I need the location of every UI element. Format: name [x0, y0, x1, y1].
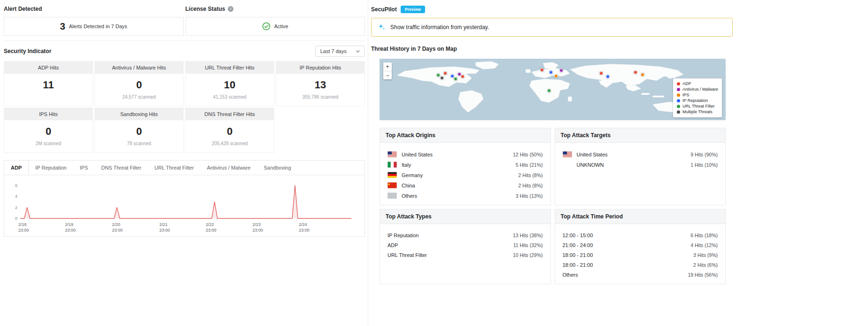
legend-item-multiple-threats: Multiple Threats — [677, 109, 718, 115]
threat-marker-antivirus-malware[interactable] — [559, 69, 563, 72]
legend-dot-icon — [677, 93, 680, 97]
threat-marker-url-threat-filter[interactable] — [547, 89, 551, 93]
stat-card-ip-reputation-hits: IP Reputation Hits 13 355,786 scanned — [276, 61, 365, 106]
svg-text:23:00: 23:00 — [206, 228, 217, 233]
stat-card-value: 13 — [276, 79, 364, 91]
legend-item-url-threat-filter: URL Threat Filter — [677, 103, 718, 109]
attack-row-hits: 19 Hits (56%) — [688, 272, 718, 278]
svg-text:2/24: 2/24 — [299, 222, 307, 227]
date-range-value: Last 7 days — [320, 48, 347, 54]
panel-title: Top Attack Types — [380, 210, 550, 224]
top-summary-row: Alert Detected 3 Alerts Detected in 7 Da… — [4, 0, 365, 41]
panel-title: Top Attack Origins — [380, 128, 550, 143]
attack-row: 12:00 - 15:00 6 Hits (18%) — [563, 231, 718, 241]
legend-dot-icon — [677, 99, 680, 102]
license-panel: Active — [186, 17, 365, 36]
attack-row-label: United States — [577, 152, 608, 157]
stat-card-scanned: 355,786 scanned — [276, 94, 364, 100]
threat-marker-ip-reputation[interactable] — [549, 70, 553, 74]
tab-dns-threat-filter[interactable]: DNS Threat Filter — [94, 161, 147, 175]
vertical-divider — [368, 0, 368, 326]
svg-text:23:00: 23:00 — [65, 228, 76, 233]
stat-card-sandboxing-hits: Sandboxing Hits 0 78 scanned — [94, 108, 184, 153]
secupilot-suggestion[interactable]: Show traffic information from yesterday. — [371, 18, 733, 37]
attack-row-label: UNKNOWN — [577, 162, 604, 168]
svg-text:2: 2 — [15, 205, 17, 210]
license-title-text: License Status — [186, 6, 225, 12]
legend-label: URL Threat Filter — [682, 103, 715, 109]
svg-text:2/23: 2/23 — [252, 222, 261, 227]
secupilot-header: SecuPilot Preview — [371, 0, 733, 13]
threat-marker-adp[interactable] — [599, 71, 603, 75]
attack-row-hits: 9 Hits (90%) — [690, 152, 718, 157]
zoom-in-button[interactable]: + — [383, 62, 392, 71]
attack-row-label: Germany — [402, 172, 423, 178]
tab-ip-reputation[interactable]: IP Reputation — [29, 161, 73, 175]
threat-marker-multiple-threats[interactable] — [440, 76, 444, 80]
threat-marker-adp[interactable] — [461, 75, 465, 78]
stat-card-scanned: 78 scanned — [95, 141, 183, 147]
tab-sandboxing[interactable]: Sandboxing — [257, 161, 297, 175]
stat-card-title: IPS Hits — [4, 108, 93, 120]
threat-marker-ips[interactable] — [641, 73, 644, 77]
tab-ips[interactable]: IPS — [73, 161, 95, 175]
attack-row-label: Others — [563, 272, 578, 278]
threat-marker-adp[interactable] — [634, 70, 637, 74]
stat-card-dns-threat-filter-hits: DNS Threat Filter Hits 0 205,428 scanned — [185, 108, 274, 153]
zoom-out-button[interactable]: − — [383, 71, 392, 79]
svg-text:2/18: 2/18 — [18, 222, 27, 227]
threat-marker-ips[interactable] — [554, 74, 558, 78]
panel-top-attack-types: Top Attack Types IP Reputation 13 Hits (… — [380, 209, 551, 284]
stat-card-value: 10 — [186, 79, 274, 91]
security-indicator-header: Security Indicator Last 7 days — [4, 45, 365, 57]
threat-chart-tabs: ADPIP ReputationIPSDNS Threat FilterURL … — [4, 161, 364, 175]
stat-card-title: URL Threat Filter Hits — [186, 62, 274, 74]
flag-placeholder — [563, 162, 572, 168]
attack-row: China 2 Hits (8%) — [388, 180, 543, 191]
attack-row-label: Others — [402, 193, 417, 199]
security-indicator-title: Security Indicator — [4, 48, 51, 54]
threat-marker-adp[interactable] — [540, 68, 544, 72]
map-title-row: Threat History in 7 Days on Map — [371, 43, 733, 55]
svg-text:0: 0 — [15, 216, 17, 221]
attack-row-label: URL Threat Filter — [388, 252, 427, 258]
attack-row-hits: 4 Hits (12%) — [690, 242, 718, 248]
attack-row: Italy 5 Hits (21%) — [388, 160, 543, 170]
threat-marker-ip-reputation[interactable] — [606, 75, 610, 78]
legend-dot-icon — [677, 110, 680, 114]
attack-row-label: IP Reputation — [388, 233, 418, 238]
attack-row-hits: 12 Hits (50%) — [513, 152, 543, 157]
tab-adp[interactable]: ADP — [4, 161, 29, 175]
stat-card-value: 0 — [95, 79, 183, 91]
alert-panel: 3 Alerts Detected in 7 Days — [4, 17, 184, 36]
attack-row-label: Italy — [402, 162, 411, 168]
security-stats-grid: ADP Hits 11 Antivirus / Malware Hits 0 2… — [4, 61, 365, 153]
stat-card-antivirus-malware-hits: Antivirus / Malware Hits 0 24,577 scanne… — [94, 61, 184, 106]
svg-text:2/22: 2/22 — [206, 222, 214, 227]
tab-antivirus-malware[interactable]: Antivirus / Malware — [201, 161, 257, 175]
threat-marker-adp[interactable] — [443, 71, 447, 75]
threat-marker-url-threat-filter[interactable] — [454, 77, 457, 81]
svg-text:4: 4 — [15, 194, 17, 199]
tab-url-threat-filter[interactable]: URL Threat Filter — [148, 161, 201, 175]
panel-top-attack-origins: Top Attack Origins United States 12 Hits… — [380, 128, 551, 205]
threat-world-map[interactable]: + − ADPAntivirus / MalwareIPSIP Reputati… — [380, 59, 726, 120]
threat-marker-ip-reputation[interactable] — [450, 74, 454, 78]
threat-line-chart: 02462/1823:002/1923:002/2023:002/2123:00… — [4, 175, 364, 236]
attack-row-label: 12:00 - 15:00 — [563, 233, 593, 238]
info-icon[interactable]: i — [228, 6, 233, 12]
attack-row-hits: 1 Hits (10%) — [690, 162, 718, 168]
attack-row: Others 3 Hits (13%) — [388, 191, 543, 201]
alert-count: 3 — [60, 21, 65, 32]
attack-row-hits: 6 Hits (18%) — [690, 233, 718, 238]
alert-block: Alert Detected 3 Alerts Detected in 7 Da… — [4, 6, 184, 36]
legend-dot-icon — [677, 82, 680, 85]
security-dashboard: Alert Detected 3 Alerts Detected in 7 Da… — [0, 0, 868, 326]
stat-card-scanned: 205,428 scanned — [186, 141, 274, 147]
attack-row-hits: 2 Hits (8%) — [519, 172, 543, 178]
date-range-dropdown[interactable]: Last 7 days — [315, 46, 365, 57]
attack-row-hits: 13 Hits (38%) — [513, 233, 543, 238]
stat-card-title: ADP Hits — [4, 62, 93, 74]
attack-row: 18:00 - 21:00 3 Hits (9%) — [563, 250, 718, 260]
stat-card-scanned: 24,577 scanned — [95, 94, 183, 100]
